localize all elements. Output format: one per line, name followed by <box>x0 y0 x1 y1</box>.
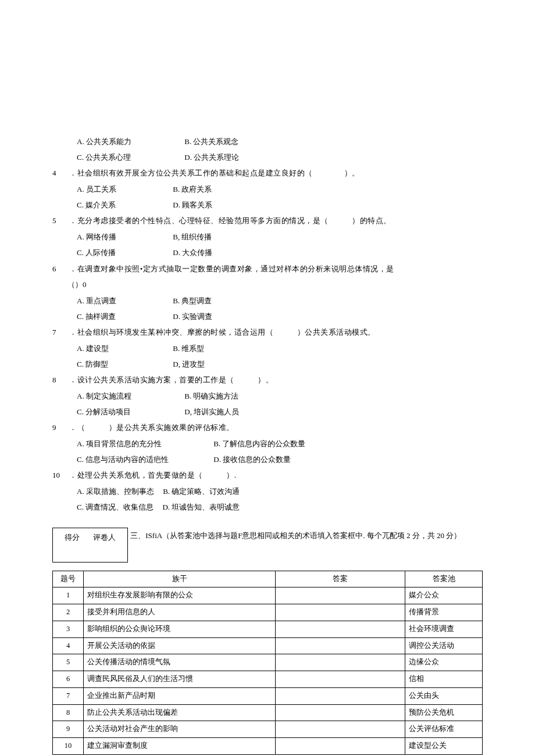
table-row: 7企业推出新产品时期公关由头 <box>53 687 483 704</box>
question-5: 5 ．充分考虑接受者的个性特点、心理特征、经验范用等多方面的情况，是（ ）的特点… <box>52 214 483 228</box>
q4-option-c: C. 媒介关系 <box>77 198 164 213</box>
row-pool: 边缘公众 <box>405 654 483 671</box>
q9-option-b: B. 了解信息内容的公众数量 <box>213 437 305 452</box>
q7-number: 7 <box>52 325 67 340</box>
q3-option-d: D. 公共关系理论 <box>184 151 239 165</box>
row-num: 2 <box>53 604 84 621</box>
question-9: 9 ．（ ）是公共关系实施效果的评估标准。 <box>52 421 483 435</box>
row-num: 6 <box>53 671 84 688</box>
row-answer[interactable] <box>276 671 405 688</box>
q6-option-c: C. 抽样调查 <box>77 310 164 324</box>
q3-options-row1: A. 公共关系能力 B. 公共关系观念 <box>52 135 483 149</box>
table-row: 4开展公关活动的依据调控公关活动 <box>53 637 483 654</box>
q7-option-d: D, 进攻型 <box>173 357 205 372</box>
q4-option-b: B. 政府关系 <box>173 182 212 197</box>
q6-option-a: A. 重点调查 <box>77 294 164 309</box>
table-row: 3影响组织的公众舆论环境社会环境调查 <box>53 621 483 637</box>
table-row: 2接受并利用信息的人传播背景 <box>53 604 483 621</box>
row-pool: 信相 <box>405 671 483 688</box>
q9-option-d: D. 接收信息的公众数量 <box>213 453 291 467</box>
row-answer[interactable] <box>276 604 405 621</box>
table-row: 6调查民风民俗及人们的生活习惯信相 <box>53 671 483 688</box>
row-stem: 影响组织的公众舆论环境 <box>84 621 276 637</box>
col-pool: 答案池 <box>405 571 483 587</box>
q9-stem: ．（ ）是公共关系实施效果的评估标准。 <box>69 423 234 432</box>
row-pool: 社会环境调查 <box>405 621 483 637</box>
q5-options-row1: A. 网络传播 B, 组织传播 <box>52 230 483 245</box>
q7-stem: ．社会组织与环境发生某种冲突、摩擦的时候，适合运用（ ）公共关系活动模式。 <box>69 328 376 336</box>
q10-options-row1: A. 采取措施、控制事态 B. 确定策略、订效沟通 <box>52 485 483 499</box>
q8-options-row2: C. 分解活动项目 D, 培训实施人员 <box>52 405 483 420</box>
col-stem: 族干 <box>84 571 276 587</box>
row-num: 3 <box>53 621 84 637</box>
table-row: 9公关活动对社会产生的影响公关评估标准 <box>53 721 483 738</box>
row-answer[interactable] <box>276 721 405 738</box>
q10-option-b: B. 确定策略、订效沟通 <box>163 485 240 499</box>
row-answer[interactable] <box>276 637 405 654</box>
row-answer[interactable] <box>276 587 405 604</box>
table-row: 10建立漏洞审查制度建设型公关 <box>53 738 483 755</box>
q8-options-row1: A. 制定实施流程 B. 明确实施方法 <box>52 389 483 404</box>
q9-options-row2: C. 信息与活动内容的适疤性 D. 接收信息的公众数量 <box>52 453 483 467</box>
row-answer[interactable] <box>276 738 405 755</box>
q6-stem: ．在调查对象中按照•定方式抽取一定数量的调查对象，通过对样本的分析来说明总体情况… <box>69 264 394 273</box>
table-header-row: 题号 族干 答案 答案池 <box>53 571 483 587</box>
q8-number: 8 <box>52 373 67 388</box>
row-num: 5 <box>53 654 84 671</box>
row-pool: 传播背景 <box>405 604 483 621</box>
row-num: 4 <box>53 637 84 654</box>
q5-option-b: B, 组织传播 <box>173 230 212 245</box>
section-3-title: 三、ISfiA（从答案池中选择与题F意思相同或相关的术语填入答案框中. 每个兀配… <box>130 528 483 543</box>
question-7: 7 ．社会组织与环境发生某种冲突、摩擦的时候，适合运用（ ）公共关系活动模式。 <box>52 325 483 340</box>
q7-option-a: A. 建设型 <box>77 342 164 356</box>
row-pool: 公关由头 <box>405 687 483 704</box>
question-10: 10 ．处理公共关系危机，首先要做的是（ ）. <box>52 468 483 483</box>
row-pool: 媒介公众 <box>405 587 483 604</box>
table-row: 5公关传播活动的情境气氛边缘公众 <box>53 654 483 671</box>
col-answer: 答案 <box>276 571 405 587</box>
q3-options-row2: C. 公共关系心理 D. 公共关系理论 <box>52 151 483 165</box>
row-stem: 建立漏洞审查制度 <box>84 738 276 755</box>
question-6: 6 ．在调查对象中按照•定方式抽取一定数量的调查对象，通过对样本的分析来说明总体… <box>52 262 483 277</box>
row-answer[interactable] <box>276 687 405 704</box>
q10-number: 10 <box>52 468 67 483</box>
q10-option-c: C. 调查情况、收集信息 <box>77 500 154 515</box>
score-box: 得分 评卷人 <box>52 528 128 562</box>
row-stem: 接受并利用信息的人 <box>84 604 276 621</box>
row-stem: 对组织生存发展影响有限的公众 <box>84 587 276 604</box>
row-answer[interactable] <box>276 621 405 637</box>
q7-options-row1: A. 建设型 B. 维系型 <box>52 342 483 356</box>
q7-options-row2: C. 防御型 D, 进攻型 <box>52 357 483 372</box>
q9-option-a: A. 项目背景信息的充分性 <box>77 437 205 452</box>
q8-option-a: A. 制定实施流程 <box>77 389 176 404</box>
row-pool: 调控公关活动 <box>405 637 483 654</box>
row-stem: 开展公关活动的依据 <box>84 637 276 654</box>
row-num: 7 <box>53 687 84 704</box>
question-8: 8 ．设计公共关系活动实施方案，首要的工作是（ ）。 <box>52 373 483 388</box>
q6-option-b: B. 典型调查 <box>173 294 212 309</box>
q4-options-row1: A. 员工关系 B. 政府关系 <box>52 182 483 197</box>
row-stem: 调查民风民俗及人们的生活习惯 <box>84 671 276 688</box>
q8-stem: ．设计公共关系活动实施方案，首要的工作是（ ）。 <box>69 375 273 384</box>
q3-option-b: B. 公共关系观念 <box>184 135 238 149</box>
q4-stem: ．社会组织有效开展全方位公共关系工作的基础和起点是建立良好的（ ）。 <box>69 169 360 177</box>
row-pool: 预防公关危机 <box>405 704 483 721</box>
q5-option-c: C. 人际传播 <box>77 246 164 260</box>
matching-table: 题号 族干 答案 答案池 1对组织生存发展影响有限的公众媒介公众 2接受并利用信… <box>52 571 483 755</box>
row-stem: 公关活动对社会产生的影响 <box>84 721 276 738</box>
q7-option-b: B. 维系型 <box>173 342 204 356</box>
row-answer[interactable] <box>276 654 405 671</box>
score-label: 得分 <box>65 531 80 545</box>
q4-option-d: D. 顾客关系 <box>173 198 212 213</box>
row-num: 9 <box>53 721 84 738</box>
q5-option-a: A. 网络传播 <box>77 230 164 245</box>
q4-option-a: A. 员工关系 <box>77 182 164 197</box>
q10-option-d: D. 坦诚告知、表明诚意 <box>162 500 240 515</box>
q7-option-c: C. 防御型 <box>77 357 164 372</box>
q9-option-c: C. 信息与活动内容的适疤性 <box>77 453 205 467</box>
q8-option-b: B. 明确实施方法 <box>184 389 238 404</box>
q9-number: 9 <box>52 421 67 435</box>
q6-options-row1: A. 重点调查 B. 典型调查 <box>52 294 483 309</box>
row-answer[interactable] <box>276 704 405 721</box>
table-row: 8防止公共关系活动出现偏差预防公关危机 <box>53 704 483 721</box>
